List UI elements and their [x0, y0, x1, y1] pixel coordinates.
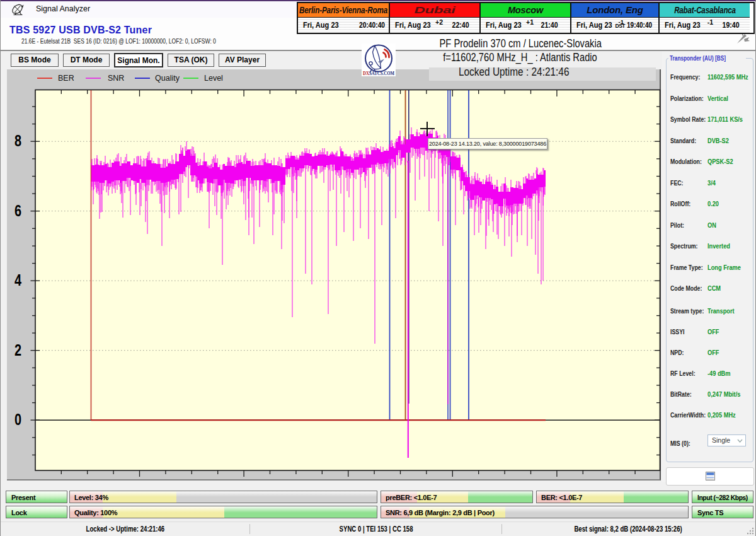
svg-text:DXSATCS.COM: DXSATCS.COM — [363, 70, 394, 76]
